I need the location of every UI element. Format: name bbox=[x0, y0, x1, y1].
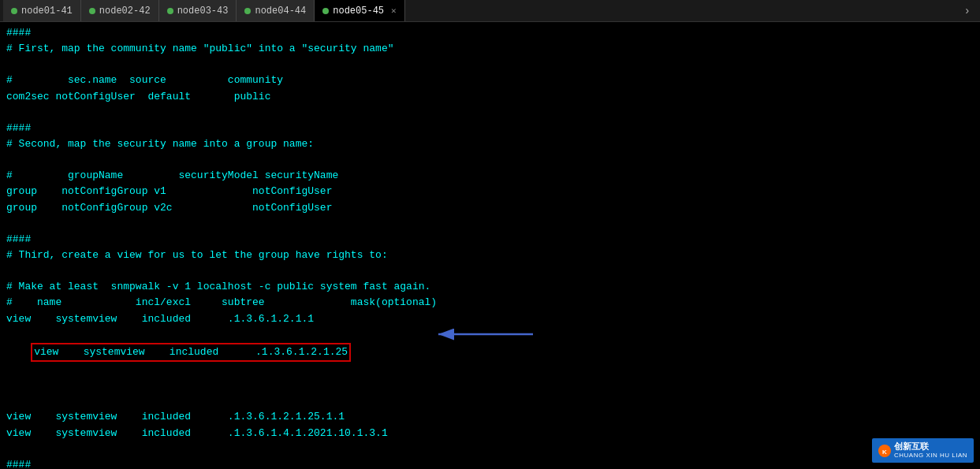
line-7: #### bbox=[6, 121, 974, 136]
svg-text:K: K bbox=[882, 448, 887, 455]
tab-label: node01-41 bbox=[21, 6, 73, 17]
terminal: #### # First, map the community name "pu… bbox=[0, 22, 980, 469]
line-9 bbox=[6, 152, 974, 168]
line-5: com2sec notConfigUser default public bbox=[6, 89, 974, 105]
tab-node04-44[interactable]: node04-44 bbox=[237, 0, 315, 21]
tab-dot bbox=[244, 8, 251, 14]
tab-node05-45[interactable]: node05-45 ✕ bbox=[315, 0, 404, 21]
line-18: # name incl/excl subtree mask(optional) bbox=[6, 295, 974, 311]
line-4: # sec.name source community bbox=[6, 73, 974, 88]
line-23 bbox=[6, 441, 974, 457]
tab-scroll-right-icon[interactable]: › bbox=[958, 5, 977, 17]
line-20-highlighted: view systemview included .1.3.6.1.2.1.25 bbox=[6, 327, 974, 410]
line-21: view systemview included .1.3.6.1.2.1.25… bbox=[6, 409, 974, 425]
line-6 bbox=[6, 105, 974, 121]
tabs-container: node01-41 node02-42 node03-43 node04-44 … bbox=[3, 0, 405, 21]
line-10: # groupName securityModel securityName bbox=[6, 168, 974, 184]
line-24: #### bbox=[6, 457, 974, 469]
tab-node03-43[interactable]: node03-43 bbox=[159, 0, 237, 21]
tab-label: node04-44 bbox=[255, 6, 306, 17]
tab-node01-41[interactable]: node01-41 bbox=[3, 0, 81, 21]
line-2: # First, map the community name "public"… bbox=[6, 41, 974, 57]
tab-label: node03-43 bbox=[177, 6, 229, 17]
line-11: group notConfigGroup v1 notConfigUser bbox=[6, 184, 974, 199]
line-13 bbox=[6, 216, 974, 232]
line-17: # Make at least snmpwalk -v 1 localhost … bbox=[6, 279, 974, 295]
tab-dot bbox=[167, 8, 173, 14]
tab-close-icon[interactable]: ✕ bbox=[391, 6, 397, 16]
line-15: # Third, create a view for us to let the… bbox=[6, 248, 974, 263]
line-16 bbox=[6, 263, 974, 279]
watermark: K 创新互联 CHUANG XIN HU LIAN bbox=[872, 438, 974, 463]
tab-label: node05-45 bbox=[333, 6, 384, 17]
tab-dot bbox=[322, 8, 329, 14]
line-8: # Second, map the security name into a g… bbox=[6, 136, 974, 152]
watermark-logo: K bbox=[878, 445, 891, 457]
watermark-text: 创新互联 CHUANG XIN HU LIAN bbox=[894, 441, 967, 460]
arrow-icon bbox=[432, 326, 535, 343]
line-3 bbox=[6, 57, 974, 73]
line-1: #### bbox=[6, 25, 974, 41]
line-22: view systemview included .1.3.6.1.4.1.20… bbox=[6, 426, 974, 441]
line-19: view systemview included .1.3.6.1.2.1.1 bbox=[6, 311, 974, 327]
tab-dot bbox=[11, 8, 17, 14]
line-14: #### bbox=[6, 232, 974, 248]
tab-bar: node01-41 node02-42 node03-43 node04-44 … bbox=[0, 0, 980, 22]
tab-label: node02-42 bbox=[99, 6, 151, 17]
tab-node02-42[interactable]: node02-42 bbox=[81, 0, 159, 21]
line-12: group notConfigGroup v2c notConfigUser bbox=[6, 200, 974, 216]
tab-dot bbox=[89, 8, 95, 14]
